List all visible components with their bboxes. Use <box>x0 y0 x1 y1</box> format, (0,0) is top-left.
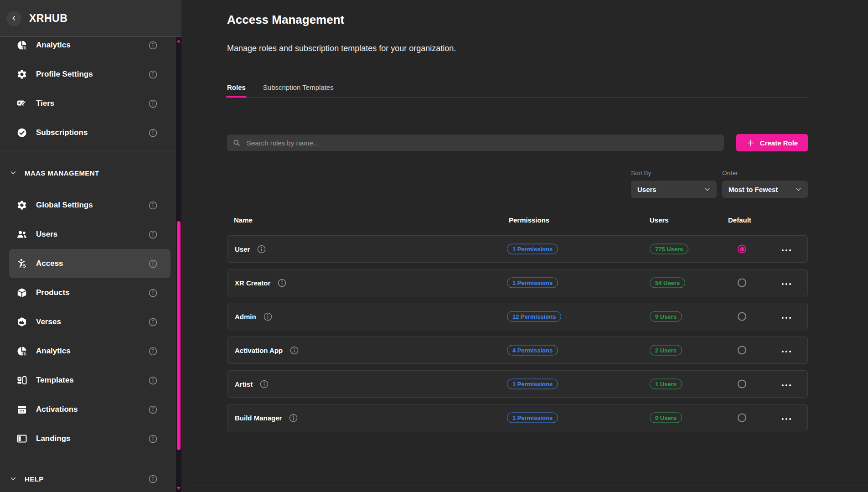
row-menu-button[interactable] <box>780 413 793 423</box>
info-icon[interactable] <box>263 312 273 321</box>
role-name-cell: Admin <box>235 303 273 330</box>
order-group: Order Most to Fewest <box>722 170 808 198</box>
table-rows: User1 Permissions775 UsersXR Creator1 Pe… <box>227 235 808 431</box>
default-radio[interactable] <box>738 346 746 355</box>
permissions-cell: 1 Permissions <box>507 278 558 288</box>
sidebar-item-products[interactable]: Products <box>0 278 181 307</box>
search-box[interactable] <box>227 135 724 151</box>
role-name-cell: Artist <box>235 371 269 397</box>
info-icon[interactable] <box>289 346 299 355</box>
permissions-badge: 4 Permissions <box>507 345 558 356</box>
default-radio[interactable] <box>738 380 746 388</box>
users-cell: 0 Users <box>650 413 682 423</box>
info-icon[interactable] <box>257 244 266 254</box>
info-icon[interactable] <box>148 128 158 138</box>
section-label: MAAS MANAGEMENT <box>25 169 99 177</box>
users-badge: 1 Users <box>650 379 682 389</box>
page-subtitle: Manage roles and subscription templates … <box>227 44 808 53</box>
users-cell: 9 Users <box>650 311 682 322</box>
sidebar-scrollbar[interactable] <box>176 37 181 492</box>
order-value: Most to Fewest <box>728 186 778 193</box>
tab-roles[interactable]: Roles <box>227 83 246 97</box>
default-radio[interactable] <box>738 245 746 254</box>
default-radio[interactable] <box>738 414 746 422</box>
info-icon[interactable] <box>289 413 298 423</box>
table-header: Name Permissions Users Default <box>227 216 808 225</box>
users-icon <box>16 229 27 240</box>
role-name-cell: XR Creator <box>235 269 287 296</box>
info-icon[interactable] <box>148 317 158 327</box>
access-icon <box>16 258 27 269</box>
info-icon[interactable] <box>148 201 158 210</box>
sort-by-label: Sort By <box>631 170 717 176</box>
chevron-down-icon <box>9 169 17 177</box>
order-dropdown[interactable]: Most to Fewest <box>722 181 808 198</box>
role-name: User <box>235 245 250 253</box>
row-menu-button[interactable] <box>780 278 793 288</box>
row-menu-button[interactable] <box>780 311 793 321</box>
scroll-up-arrow-icon[interactable] <box>177 40 181 42</box>
sidebar-item-templates[interactable]: Templates <box>0 366 181 395</box>
info-icon[interactable] <box>148 376 158 385</box>
sidebar-item-label: Global Settings <box>36 201 93 210</box>
sidebar-item-analytics[interactable]: Analytics <box>0 337 181 366</box>
sidebar-item-subscriptions[interactable]: Subscriptions <box>0 118 181 147</box>
ellipsis-icon <box>780 311 793 324</box>
info-icon[interactable] <box>148 347 158 356</box>
tab-bar: Roles Subscription Templates <box>227 83 808 98</box>
sidebar-item-tiers[interactable]: Tiers <box>0 89 181 118</box>
info-icon[interactable] <box>148 99 158 109</box>
row-menu-button[interactable] <box>780 244 793 254</box>
sidebar-section-help[interactable]: HELP <box>0 461 181 492</box>
row-menu-button[interactable] <box>780 379 793 389</box>
info-icon[interactable] <box>277 278 287 288</box>
sidebar-item-landings[interactable]: Landings <box>0 424 181 453</box>
sidebar: XRHUB AnalyticsProfile SettingsTiersSubs… <box>0 0 181 492</box>
scroll-down-arrow-icon[interactable] <box>177 487 181 490</box>
sidebar-item-users[interactable]: Users <box>0 220 181 249</box>
permissions-cell: 1 Permissions <box>507 413 558 423</box>
users-badge: 2 Users <box>650 345 682 356</box>
sidebar-item-access[interactable]: Access <box>9 249 170 278</box>
activations-icon <box>16 404 27 415</box>
sort-by-dropdown[interactable]: Users <box>631 181 717 198</box>
default-radio[interactable] <box>738 279 746 287</box>
info-icon[interactable] <box>259 379 269 389</box>
info-icon[interactable] <box>148 70 158 79</box>
info-icon[interactable] <box>148 41 158 50</box>
column-header-default: Default <box>728 216 751 224</box>
permissions-cell: 1 Permissions <box>507 244 558 254</box>
subscriptions-icon <box>16 127 27 138</box>
sidebar-item-global-settings[interactable]: Global Settings <box>0 191 181 220</box>
back-button[interactable] <box>6 11 21 26</box>
permissions-badge: 1 Permissions <box>507 413 558 423</box>
search-input[interactable] <box>246 139 718 147</box>
sidebar-item-label: Activations <box>36 405 78 414</box>
sidebar-item-label: Subscriptions <box>36 128 88 137</box>
info-icon[interactable] <box>148 288 158 298</box>
info-icon[interactable] <box>148 405 158 414</box>
info-icon[interactable] <box>148 259 158 269</box>
gear-icon <box>16 200 27 211</box>
permissions-badge: 1 Permissions <box>507 379 558 389</box>
create-role-button[interactable]: Create Role <box>736 134 808 151</box>
sidebar-item-activations[interactable]: Activations <box>0 395 181 424</box>
analytics-icon <box>16 346 27 357</box>
ellipsis-icon <box>780 379 793 392</box>
sidebar-item-label: Verses <box>36 317 61 326</box>
sidebar-section-maas-management[interactable]: MAAS MANAGEMENT <box>0 155 181 191</box>
info-icon[interactable] <box>148 474 158 484</box>
tab-subscription-templates[interactable]: Subscription Templates <box>263 83 334 97</box>
sidebar-item-profile-settings[interactable]: Profile Settings <box>0 60 181 89</box>
row-menu-button[interactable] <box>780 345 793 355</box>
default-radio[interactable] <box>738 312 746 321</box>
sidebar-item-verses[interactable]: Verses <box>0 307 181 337</box>
sidebar-item-analytics[interactable]: Analytics <box>0 31 181 60</box>
role-row-activation-app: Activation App4 Permissions2 Users <box>227 337 808 364</box>
sidebar-section-divider <box>0 151 181 151</box>
info-icon[interactable] <box>148 434 158 444</box>
sidebar-item-label: Analytics <box>36 347 71 356</box>
scrollbar-thumb[interactable] <box>177 221 181 450</box>
info-icon[interactable] <box>148 230 158 239</box>
main-content: Access Management Manage roles and subsc… <box>181 0 868 492</box>
